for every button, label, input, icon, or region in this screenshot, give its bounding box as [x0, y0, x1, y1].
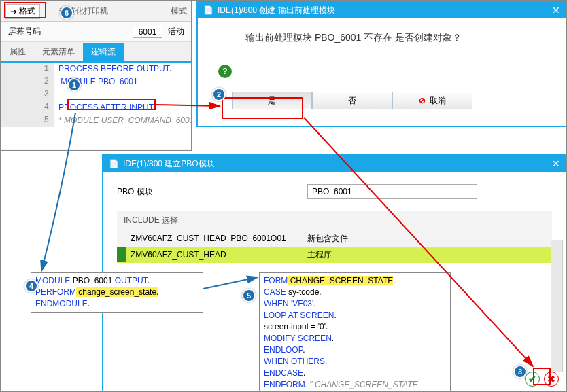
- close-icon[interactable]: ✕: [552, 158, 560, 169]
- code-lines: PROCESS BEFORE OUTPUT. MODULE PBO_6001. …: [54, 63, 191, 127]
- tab-element-list[interactable]: 元素清单: [34, 43, 83, 61]
- code-snippet-form: FORM CHANGE_SCREEN_STATE. CASE sy-tcode.…: [259, 272, 451, 392]
- dialog-icon: 📄: [203, 5, 213, 15]
- badge-5: 5: [242, 289, 256, 302]
- badge-1: 1: [67, 78, 81, 92]
- no-button[interactable]: 否: [312, 92, 392, 109]
- highlight-yes-btn: [222, 97, 303, 119]
- screen-painter-panel: ➔格式 规范化打印机 模式 屏幕号码 活动 属性 元素清单 逻辑流 12345 …: [1, 1, 192, 151]
- badge-2: 2: [212, 88, 226, 101]
- dialog1-title: IDE(1)/800 创建 输出前处理模块: [218, 5, 335, 16]
- pbo-module-label: PBO 模块: [117, 186, 294, 198]
- tab-flow-logic[interactable]: 逻辑流: [83, 43, 124, 61]
- highlight-confirm-icon: [533, 368, 551, 385]
- highlight-module-line: [67, 99, 156, 110]
- include-section-header: INCLUDE 选择: [117, 211, 552, 230]
- highlight-format-btn: [4, 2, 46, 18]
- dialog1-title-bar: 📄 IDE(1)/800 创建 输出前处理模块 ✕: [198, 2, 566, 18]
- close-icon[interactable]: ✕: [552, 5, 560, 16]
- scrollbar[interactable]: [551, 240, 563, 372]
- screen-number-input[interactable]: [133, 26, 162, 38]
- screen-number-row: 屏幕号码 活动: [1, 22, 191, 42]
- pbo-module-input[interactable]: [307, 184, 477, 199]
- tab-attributes[interactable]: 属性: [1, 43, 34, 61]
- include-row-1[interactable]: ZMV60AFZ_CUST_HEAD_PBO_6001O01 新包含文件: [117, 230, 552, 247]
- include-row-2[interactable]: ZMV60AFZ_CUST_HEAD 主程序: [117, 247, 552, 263]
- tabs: 属性 元素清单 逻辑流: [1, 42, 191, 63]
- dialog2-title-bar: 📄 IDE(1)/800 建立PBO模块 ✕: [103, 156, 566, 172]
- cancel-button[interactable]: ⊘取消: [392, 92, 472, 109]
- screen-number-label: 屏幕号码: [8, 26, 41, 37]
- selection-marker: [117, 247, 126, 262]
- code-snippet-module: MODULE PBO_6001 OUTPUT. PERFORM change_s…: [31, 272, 203, 313]
- dialog1-message: 输出前处理模块 PBO_6001 不存在 是否创建对象？: [245, 32, 545, 44]
- badge-3: 3: [513, 365, 527, 378]
- question-icon: ?: [218, 65, 232, 78]
- toolbar-text-mode: 模式: [171, 5, 187, 17]
- dialog-icon: 📄: [109, 159, 119, 168]
- badge-6: 6: [60, 6, 73, 20]
- dialog2-title: IDE(1)/800 建立PBO模块: [123, 158, 215, 170]
- gutter: 12345: [1, 63, 54, 127]
- badge-4: 4: [24, 279, 38, 293]
- active-label: 活动: [168, 26, 184, 37]
